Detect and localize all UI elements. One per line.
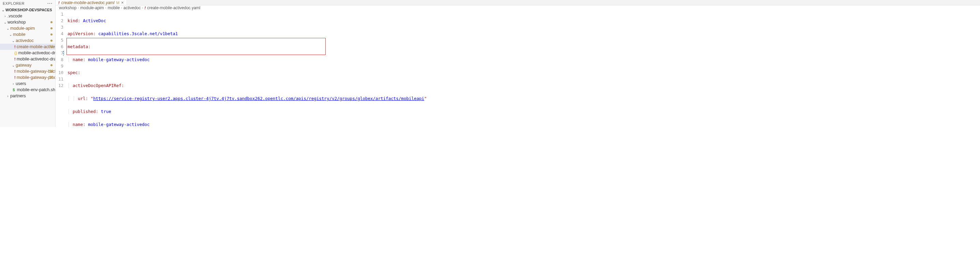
code-line[interactable]: metadata: [67, 43, 980, 50]
chevron-down-icon: ⌄ [3, 21, 7, 24]
tree-file-create-yaml[interactable]: !create-mobile-activedoc.yamlM [0, 44, 55, 50]
line-number: 3 [56, 24, 64, 30]
workspace-header[interactable]: ⌄ WORKSHOP-DEVSPACES [0, 7, 55, 13]
chevron-down-icon: ⌄ [11, 39, 15, 43]
chevron-down-icon: ⌄ [9, 33, 12, 37]
yaml-file-icon: ! [145, 6, 146, 10]
modified-dot-icon [51, 40, 52, 42]
line-number: 2 [56, 18, 64, 24]
tab-label: create-mobile-activedoc.yaml [61, 0, 115, 5]
modified-badge: M [49, 45, 53, 49]
chevron-right-icon: › [121, 6, 122, 10]
line-number: 10 [56, 69, 64, 76]
line-number: 8 [56, 56, 64, 63]
tree-folder-vscode[interactable]: ›.vscode [0, 13, 55, 19]
workspace-title: WORKSHOP-DEVSPACES [5, 8, 52, 12]
tree-file-product-yaml[interactable]: !mobile-gateway-product.yamlM [0, 74, 55, 81]
line-number: 9 [56, 63, 64, 69]
tree-folder-mobile[interactable]: ⌄mobile [0, 31, 55, 38]
chevron-right-icon: › [11, 82, 15, 86]
breadcrumb-item[interactable]: create-mobile-activedoc.yaml [147, 5, 200, 10]
code-line[interactable]: │ name: mobile-gateway-activedoc [67, 56, 980, 63]
chevron-down-icon: ⌄ [2, 8, 5, 12]
explorer-header: EXPLORER ⋯ [0, 0, 55, 7]
code-content[interactable]: kind: ActiveDoc apiVersion: capabilities… [67, 11, 980, 127]
explorer-more-icon[interactable]: ⋯ [47, 2, 53, 5]
modified-dot-icon [51, 27, 52, 29]
code-line[interactable]: apiVersion: capabilities.3scale.net/v1be… [67, 30, 980, 37]
breadcrumb-item[interactable]: workshop [59, 5, 76, 10]
code-line[interactable]: │ activeDocOpenAPIRef: [67, 82, 980, 89]
tree-file-backend-yaml[interactable]: !mobile-gateway-backend.yamlM [0, 68, 55, 74]
file-tree: ›.vscode ⌄workshop ⌄module-apim ⌄mobile … [0, 13, 55, 127]
code-line[interactable]: │ name: mobile-gateway-activedoc [67, 121, 980, 127]
line-number: 5 [56, 37, 64, 43]
chevron-right-icon: › [105, 6, 107, 10]
modified-dot-icon [51, 34, 52, 35]
tree-folder-gateway[interactable]: ⌄gateway [0, 62, 55, 68]
chevron-right-icon: › [6, 94, 10, 98]
json-file-icon: {} [14, 51, 18, 55]
line-gutter: 1 2 3 4 5 6 7 8 9 10 11 12 [56, 11, 67, 127]
modified-dot-icon [51, 64, 52, 66]
breadcrumb-item[interactable]: mobile [108, 5, 120, 10]
breadcrumb-item[interactable]: activedoc [123, 5, 141, 10]
tree-folder-partners[interactable]: ›partners [0, 93, 55, 99]
line-number: 7 [56, 50, 64, 56]
yaml-file-icon: ! [14, 57, 16, 61]
code-line[interactable]: kind: ActiveDoc [67, 18, 980, 24]
chevron-right-icon: › [78, 6, 79, 10]
tree-folder-users[interactable]: ›users [0, 81, 55, 87]
tree-file-env-patch[interactable]: $mobile-env-patch.sh [0, 87, 55, 93]
tree-file-draft-json[interactable]: {}mobile-activedoc-draft.json [0, 50, 55, 56]
explorer-title: EXPLORER [3, 2, 25, 5]
tab-create-yaml[interactable]: ! create-mobile-activedoc.yaml M × [56, 0, 127, 5]
yaml-file-icon: ! [14, 75, 16, 80]
close-icon[interactable]: × [121, 0, 124, 5]
modified-badge: M [49, 75, 53, 80]
chevron-right-icon: › [3, 14, 7, 18]
editor-pane: ! create-mobile-activedoc.yaml M × works… [56, 0, 980, 127]
line-number: 6 [56, 43, 64, 50]
yaml-file-icon: ! [14, 45, 16, 49]
tab-bar: ! create-mobile-activedoc.yaml M × [56, 0, 980, 5]
tree-folder-module-apim[interactable]: ⌄module-apim [0, 25, 55, 31]
modified-badge: M [116, 1, 120, 5]
breadcrumb[interactable]: workshop› module-apim› mobile› activedoc… [56, 5, 980, 10]
modified-dot-icon [51, 21, 52, 23]
line-number: 11 [56, 76, 64, 82]
line-number: 12 [56, 82, 64, 89]
tree-folder-activedoc[interactable]: ⌄activedoc [0, 38, 55, 44]
yaml-file-icon: ! [14, 69, 16, 73]
line-number: 1 [56, 11, 64, 18]
tree-file-draft-yaml[interactable]: !mobile-activedoc-draft.yaml [0, 56, 55, 62]
code-editor[interactable]: 1 2 3 4 5 6 7 8 9 10 11 12 kind: ActiveD… [56, 10, 980, 127]
sidebar: EXPLORER ⋯ ⌄ WORKSHOP-DEVSPACES ›.vscode… [0, 0, 56, 127]
code-line[interactable]: │ published: true [67, 108, 980, 115]
code-line[interactable]: │ │ url: "https://service-registry-user2… [67, 95, 980, 102]
chevron-right-icon: › [142, 6, 143, 10]
breadcrumb-item[interactable]: module-apim [80, 5, 103, 10]
code-line[interactable]: spec: [67, 69, 980, 76]
modified-badge: M [49, 69, 53, 74]
chevron-down-icon: ⌄ [11, 64, 15, 67]
tree-folder-workshop[interactable]: ⌄workshop [0, 19, 55, 25]
chevron-down-icon: ⌄ [6, 27, 10, 30]
line-number: 4 [56, 30, 64, 37]
yaml-file-icon: ! [58, 1, 60, 5]
shell-file-icon: $ [11, 88, 16, 92]
